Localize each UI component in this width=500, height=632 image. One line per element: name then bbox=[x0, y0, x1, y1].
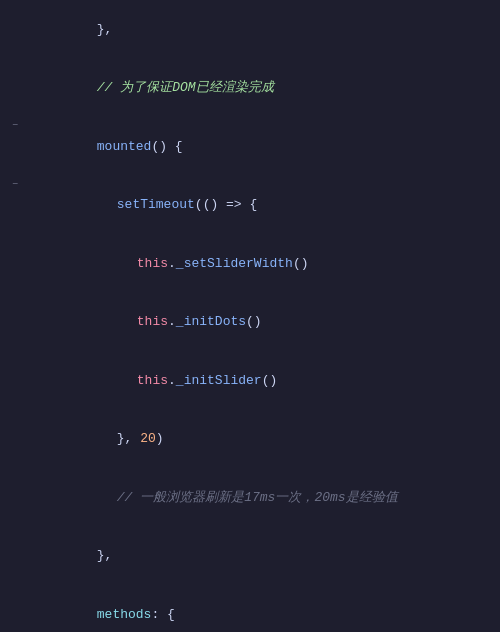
line-gutter bbox=[0, 351, 30, 352]
code-token: methods bbox=[97, 607, 152, 622]
code-token: _initSlider bbox=[176, 373, 262, 388]
code-token: () bbox=[293, 256, 309, 271]
line-gutter bbox=[0, 234, 30, 235]
line-content: }, bbox=[30, 527, 500, 586]
line-content: this._setSliderWidth() bbox=[30, 234, 500, 293]
code-line: − mounted() { bbox=[0, 117, 500, 176]
code-token: }, bbox=[97, 548, 113, 563]
line-content: setTimeout(() => { bbox=[30, 176, 500, 235]
line-content: this._initDots() bbox=[30, 293, 500, 352]
line-content: }, bbox=[30, 0, 500, 59]
code-token: . bbox=[168, 373, 176, 388]
code-token: _initDots bbox=[176, 314, 246, 329]
code-token: () bbox=[246, 314, 262, 329]
code-line: // 为了保证DOM已经渲染完成 bbox=[0, 59, 500, 118]
code-line: methods: { bbox=[0, 585, 500, 632]
line-content: mounted() { bbox=[30, 117, 500, 176]
code-token: }, bbox=[97, 22, 113, 37]
code-token: : { bbox=[151, 607, 174, 622]
code-line: this._initDots() bbox=[0, 293, 500, 352]
line-content: methods: { bbox=[30, 585, 500, 632]
code-token: }, bbox=[117, 431, 140, 446]
code-token: this bbox=[137, 256, 168, 271]
code-token: ) bbox=[156, 431, 164, 446]
line-gutter bbox=[0, 0, 30, 1]
line-gutter bbox=[0, 410, 30, 411]
code-token: . bbox=[168, 256, 176, 271]
line-gutter bbox=[0, 293, 30, 294]
code-editor: }, // 为了保证DOM已经渲染完成 − mounted() { − setT… bbox=[0, 0, 500, 632]
code-token: mounted bbox=[97, 139, 152, 154]
code-line: − setTimeout(() => { bbox=[0, 176, 500, 235]
code-line: this._initSlider() bbox=[0, 351, 500, 410]
code-token: // 一般浏览器刷新是17ms一次，20ms是经验值 bbox=[117, 490, 398, 505]
code-token: 20 bbox=[140, 431, 156, 446]
line-gutter bbox=[0, 468, 30, 469]
line-gutter: − bbox=[0, 117, 30, 133]
line-content: }, 20) bbox=[30, 410, 500, 469]
code-line: // 一般浏览器刷新是17ms一次，20ms是经验值 bbox=[0, 468, 500, 527]
code-line: }, bbox=[0, 0, 500, 59]
code-token: this bbox=[137, 314, 168, 329]
line-gutter bbox=[0, 527, 30, 528]
code-token: () { bbox=[151, 139, 182, 154]
code-line: this._setSliderWidth() bbox=[0, 234, 500, 293]
code-line: }, bbox=[0, 527, 500, 586]
code-token: this bbox=[137, 373, 168, 388]
line-gutter bbox=[0, 585, 30, 586]
code-token: () bbox=[262, 373, 278, 388]
line-gutter: − bbox=[0, 176, 30, 192]
code-line: }, 20) bbox=[0, 410, 500, 469]
line-content: // 一般浏览器刷新是17ms一次，20ms是经验值 bbox=[30, 468, 500, 527]
line-content: this._initSlider() bbox=[30, 351, 500, 410]
code-token: . bbox=[168, 314, 176, 329]
code-token: (() => { bbox=[195, 197, 257, 212]
line-gutter bbox=[0, 59, 30, 60]
line-content: // 为了保证DOM已经渲染完成 bbox=[30, 59, 500, 118]
code-token: setTimeout bbox=[117, 197, 195, 212]
code-token: _setSliderWidth bbox=[176, 256, 293, 271]
code-token: // 为了保证DOM已经渲染完成 bbox=[97, 80, 274, 95]
